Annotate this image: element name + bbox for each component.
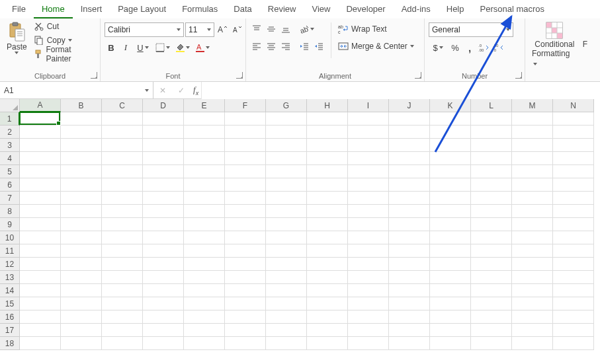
cell[interactable] xyxy=(430,152,471,165)
cell[interactable] xyxy=(512,271,553,284)
cell[interactable] xyxy=(389,139,430,152)
cell[interactable] xyxy=(471,126,512,139)
cell[interactable] xyxy=(348,126,389,139)
cell[interactable] xyxy=(20,112,61,126)
cell[interactable] xyxy=(348,297,389,310)
cell[interactable] xyxy=(102,139,143,152)
cell[interactable] xyxy=(553,112,594,126)
row-header[interactable]: 13 xyxy=(0,271,20,284)
increase-decimal-button[interactable]: .0.00 xyxy=(478,41,491,54)
bold-button[interactable]: B xyxy=(105,41,118,54)
cell[interactable] xyxy=(307,139,348,152)
cell[interactable] xyxy=(430,126,471,139)
cell[interactable] xyxy=(512,139,553,152)
align-middle-button[interactable] xyxy=(265,22,278,36)
cell[interactable] xyxy=(20,337,61,350)
currency-button[interactable]: $ xyxy=(429,41,447,54)
cell[interactable] xyxy=(102,112,143,126)
cell[interactable] xyxy=(184,192,225,205)
fx-icon[interactable]: fx xyxy=(191,85,201,96)
tab-add-ins[interactable]: Add-ins xyxy=(394,0,439,18)
name-box[interactable]: A1 xyxy=(0,82,153,98)
cell[interactable] xyxy=(307,271,348,284)
cell[interactable] xyxy=(553,258,594,271)
column-header[interactable]: B xyxy=(61,99,102,112)
cell[interactable] xyxy=(225,297,266,310)
cut-button[interactable]: Cut xyxy=(32,20,96,33)
cell[interactable] xyxy=(143,271,184,284)
cell[interactable] xyxy=(348,178,389,192)
cell[interactable] xyxy=(184,126,225,139)
cell[interactable] xyxy=(20,310,61,324)
cell[interactable] xyxy=(389,218,430,231)
cell[interactable] xyxy=(225,152,266,165)
cell[interactable] xyxy=(184,244,225,258)
column-header[interactable]: H xyxy=(307,99,348,112)
cell[interactable] xyxy=(143,244,184,258)
format-painter-button[interactable]: Format Painter xyxy=(32,48,96,61)
cell[interactable] xyxy=(20,152,61,165)
cell[interactable] xyxy=(61,310,102,324)
cell[interactable] xyxy=(430,218,471,231)
cell[interactable] xyxy=(102,337,143,350)
cell[interactable] xyxy=(143,178,184,192)
cell[interactable] xyxy=(389,165,430,178)
cell[interactable] xyxy=(184,231,225,244)
cell[interactable] xyxy=(348,324,389,337)
cell[interactable] xyxy=(184,139,225,152)
column-header[interactable]: L xyxy=(471,99,512,112)
cell[interactable] xyxy=(553,165,594,178)
cell[interactable] xyxy=(102,205,143,218)
cell[interactable] xyxy=(102,271,143,284)
tab-home[interactable]: Home xyxy=(34,0,73,18)
column-header[interactable]: A xyxy=(20,99,61,112)
cell[interactable] xyxy=(307,218,348,231)
cell[interactable] xyxy=(389,271,430,284)
cell[interactable] xyxy=(266,324,307,337)
row-header[interactable]: 12 xyxy=(0,258,20,271)
cell[interactable] xyxy=(512,337,553,350)
cell[interactable] xyxy=(61,324,102,337)
select-all-corner[interactable] xyxy=(0,99,20,112)
cell[interactable] xyxy=(225,192,266,205)
cell[interactable] xyxy=(553,244,594,258)
cell[interactable] xyxy=(348,337,389,350)
cell[interactable] xyxy=(512,178,553,192)
cell[interactable] xyxy=(348,284,389,297)
cell[interactable] xyxy=(20,192,61,205)
cell[interactable] xyxy=(61,126,102,139)
row-header[interactable]: 16 xyxy=(0,310,20,324)
cell[interactable] xyxy=(553,139,594,152)
cell[interactable] xyxy=(20,231,61,244)
cell[interactable] xyxy=(102,165,143,178)
row-header[interactable]: 3 xyxy=(0,139,20,152)
cancel-formula-button[interactable]: ✕ xyxy=(153,82,172,99)
cell[interactable] xyxy=(307,284,348,297)
cell[interactable] xyxy=(389,205,430,218)
cell[interactable] xyxy=(430,192,471,205)
cell[interactable] xyxy=(553,324,594,337)
cell[interactable] xyxy=(20,205,61,218)
cell[interactable] xyxy=(184,258,225,271)
orientation-button[interactable]: ab xyxy=(298,22,316,36)
cell[interactable] xyxy=(266,192,307,205)
font-name-select[interactable]: Calibri xyxy=(105,22,184,37)
cell[interactable] xyxy=(143,205,184,218)
cell[interactable] xyxy=(307,192,348,205)
cell[interactable] xyxy=(266,112,307,126)
cell[interactable] xyxy=(348,192,389,205)
cell[interactable] xyxy=(225,165,266,178)
cell[interactable] xyxy=(225,139,266,152)
underline-button[interactable]: U xyxy=(134,41,152,54)
cell[interactable] xyxy=(512,231,553,244)
cell[interactable] xyxy=(389,178,430,192)
cell[interactable] xyxy=(430,324,471,337)
cell[interactable] xyxy=(389,112,430,126)
column-header[interactable]: C xyxy=(102,99,143,112)
comma-button[interactable]: , xyxy=(463,41,476,54)
cell[interactable] xyxy=(102,126,143,139)
cell[interactable] xyxy=(307,178,348,192)
column-header[interactable]: F xyxy=(225,99,266,112)
cell[interactable] xyxy=(102,310,143,324)
cell[interactable] xyxy=(266,139,307,152)
